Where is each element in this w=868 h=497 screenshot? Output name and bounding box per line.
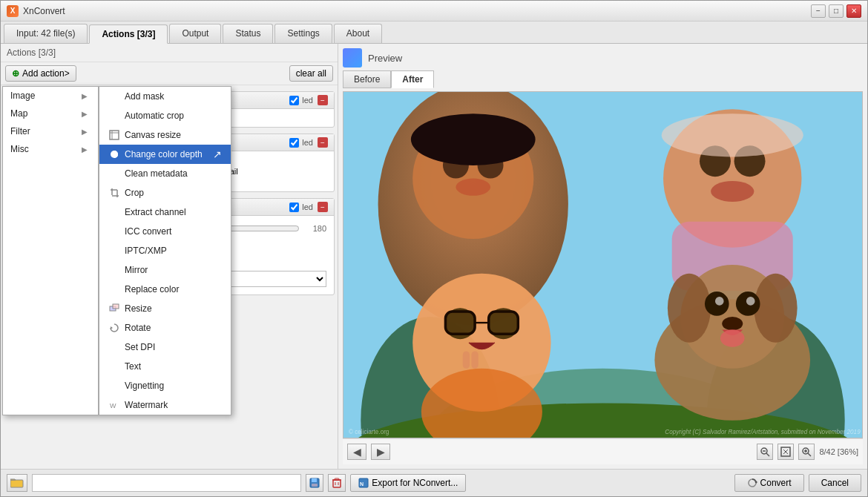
open-folder-button[interactable]	[7, 474, 27, 492]
menu-item-vignetting[interactable]: Vignetting	[99, 376, 231, 395]
enabled-checkbox-clean-metadata[interactable]: led	[289, 138, 313, 148]
preview-title: Preview	[368, 53, 402, 64]
output-path-input[interactable]	[32, 474, 301, 492]
tab-after[interactable]: After	[391, 70, 434, 88]
enabled-checkbox-rotate[interactable]: led	[289, 203, 313, 212]
cancel-button[interactable]: Cancel	[809, 474, 861, 492]
menu-item-mirror[interactable]: Mirror	[99, 260, 231, 280]
app-icon: X	[7, 5, 19, 17]
arrow-icon: ▶	[82, 92, 88, 100]
blank-icon	[108, 264, 120, 276]
arrow-icon: ▶	[82, 145, 88, 154]
svg-point-46	[746, 297, 755, 306]
left-panel: Actions [3/3] ⊕ Add action> clear all Im…	[1, 44, 338, 469]
blank-icon	[108, 206, 120, 218]
menu-item-misc[interactable]: Misc ▶	[3, 140, 98, 158]
blank-icon	[108, 380, 120, 392]
resize-icon	[108, 303, 120, 315]
minimize-button[interactable]: −	[811, 4, 826, 18]
export-button[interactable]: N Export for NConvert...	[350, 474, 466, 492]
svg-rect-62	[312, 478, 317, 482]
zoom-info: 8/42 [36%]	[819, 447, 858, 456]
menu-item-set-dpi[interactable]: Set DPI	[99, 338, 231, 357]
convert-label: Convert	[760, 478, 792, 488]
zoom-in-button[interactable]	[798, 444, 815, 460]
blank-icon	[108, 90, 120, 102]
menu-item-watermark[interactable]: W Watermark	[99, 395, 231, 415]
menu-item-image[interactable]: Image ▶	[3, 87, 98, 105]
menu-item-automatic-crop[interactable]: Automatic crop	[99, 106, 231, 125]
toolbar-row: ⊕ Add action> clear all Image ▶ Map ▶	[1, 62, 338, 85]
menu-item-text[interactable]: Text	[99, 357, 231, 376]
fit-to-window-button[interactable]	[777, 444, 794, 460]
svg-rect-60	[10, 480, 23, 487]
svg-point-41	[668, 274, 711, 343]
zoom-out-button[interactable]	[757, 444, 773, 460]
tab-status[interactable]: Status	[223, 24, 273, 43]
tab-output[interactable]: Output	[169, 24, 221, 43]
blank-icon	[108, 110, 120, 122]
maximize-button[interactable]: □	[829, 4, 844, 18]
delete-button[interactable]	[328, 474, 346, 492]
tab-settings[interactable]: Settings	[274, 24, 332, 43]
context-menu-container: Image ▶ Map ▶ Filter ▶ Misc	[2, 86, 231, 415]
window-title: XnConvert	[23, 6, 65, 16]
svg-rect-64	[333, 480, 341, 487]
canvas-icon	[108, 129, 120, 141]
svg-point-45	[715, 297, 724, 306]
save-config-button[interactable]	[306, 474, 323, 492]
tab-input[interactable]: Input: 42 file(s)	[4, 24, 88, 43]
svg-line-57	[808, 453, 811, 456]
rotate-max-label: 180	[304, 224, 326, 233]
svg-text:W: W	[110, 402, 116, 409]
add-action-button[interactable]: ⊕ Add action>	[5, 65, 76, 82]
menu-item-rotate[interactable]: Rotate	[99, 318, 231, 338]
crop-icon	[108, 187, 120, 199]
menu-item-change-color-depth[interactable]: Change color depth ↗	[99, 145, 231, 164]
add-action-label: Add action>	[22, 68, 70, 79]
menu-item-icc-convert[interactable]: ICC convert	[99, 222, 231, 241]
svg-point-22	[456, 179, 490, 196]
svg-rect-68	[335, 478, 339, 480]
menu-item-clean-metadata[interactable]: Clean metadata	[99, 164, 231, 183]
svg-rect-9	[113, 304, 119, 309]
close-button[interactable]: ✕	[846, 4, 861, 18]
menu-item-map[interactable]: Map ▶	[3, 105, 98, 122]
remove-clean-metadata-button[interactable]: −	[318, 137, 328, 148]
preview-controls: ◀ ▶ 8/42 [36%]	[343, 438, 863, 464]
convert-button[interactable]: Convert	[734, 474, 804, 492]
remove-automatic-button[interactable]: −	[318, 95, 328, 105]
tab-about[interactable]: About	[334, 24, 382, 43]
menu-item-resize[interactable]: Resize	[99, 299, 231, 318]
svg-point-42	[754, 274, 797, 343]
content-area: Actions [3/3] ⊕ Add action> clear all Im…	[1, 44, 867, 469]
svg-marker-72	[756, 481, 757, 484]
menu-item-extract-channel[interactable]: Extract channel	[99, 203, 231, 222]
menu-item-filter[interactable]: Filter ▶	[3, 122, 98, 140]
blank-icon	[108, 341, 120, 353]
menu-item-iptc-xmp[interactable]: IPTC/XMP	[99, 241, 231, 260]
enabled-input-rotate[interactable]	[289, 203, 299, 212]
tab-actions[interactable]: Actions [3/3]	[89, 24, 168, 44]
watermark-text: Copyright (C) Salvador Ramirez/Artstatio…	[665, 429, 861, 435]
menu-item-canvas-resize[interactable]: Canvas resize	[99, 125, 231, 145]
svg-point-28	[662, 113, 803, 157]
enabled-checkbox-automatic[interactable]: led	[289, 96, 313, 105]
prev-image-button[interactable]: ◀	[347, 444, 366, 460]
app-window: X XnConvert − □ ✕ Input: 42 file(s) Acti…	[0, 0, 868, 497]
svg-point-23	[411, 113, 536, 165]
remove-rotate-button[interactable]: −	[318, 202, 328, 212]
menu-item-crop[interactable]: Crop	[99, 183, 231, 203]
svg-rect-0	[110, 131, 119, 139]
tab-before[interactable]: Before	[343, 70, 391, 88]
menu-item-replace-color[interactable]: Replace color	[99, 280, 231, 299]
preview-icon	[343, 48, 362, 68]
watermark-icon: W	[108, 399, 120, 411]
svg-text:N: N	[360, 481, 364, 487]
next-image-button[interactable]: ▶	[371, 444, 390, 460]
enabled-input-automatic[interactable]	[289, 96, 299, 105]
title-bar: X XnConvert − □ ✕	[1, 1, 867, 22]
enabled-input-clean-metadata[interactable]	[289, 138, 299, 148]
menu-item-add-mask[interactable]: Add mask	[99, 87, 231, 106]
clear-all-button[interactable]: clear all	[289, 65, 333, 82]
